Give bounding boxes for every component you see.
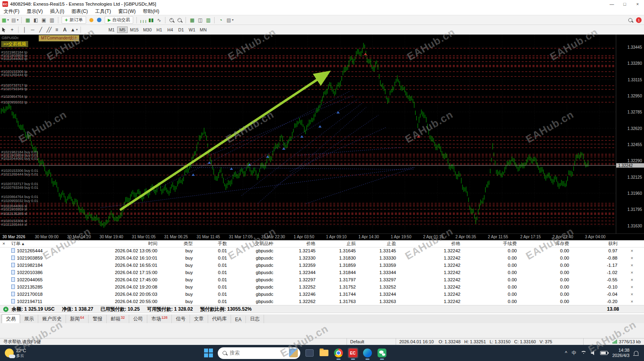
close-order-icon[interactable]: ×: [631, 248, 633, 253]
price-axis[interactable]: 1.32242 1.334451.332801.331151.329501.32…: [616, 35, 644, 233]
timeframe-m5[interactable]: M5: [117, 27, 128, 33]
profiles-icon[interactable]: ▤: [10, 17, 18, 24]
new-chart-icon[interactable]: ▦: [0, 17, 8, 24]
order-row[interactable]: 10220440652026.04.02 17:45:00buy0.01gbpu…: [0, 276, 644, 283]
volume-icon[interactable]: [591, 351, 596, 355]
timeframe-w1[interactable]: W1: [187, 27, 198, 33]
timeframe-h4[interactable]: H4: [165, 27, 175, 33]
toolbox-tab-1[interactable]: 展示: [20, 315, 38, 323]
chart-properties-icon[interactable]: ▧: [225, 17, 233, 24]
column-header-11[interactable]: 获利: [572, 240, 620, 247]
channel-icon[interactable]: ╱╱: [45, 26, 53, 33]
vertical-line-icon[interactable]: │: [21, 26, 29, 33]
toolbox-tab-0[interactable]: 交易: [2, 314, 20, 323]
shapes-caret-icon[interactable]: ▾: [76, 28, 78, 31]
menu-item-6[interactable]: 帮助(H): [139, 8, 163, 15]
cursor-icon[interactable]: [0, 26, 8, 33]
notification-bell-icon[interactable]: [634, 351, 638, 355]
wechat-button[interactable]: [377, 348, 387, 358]
community-icon[interactable]: [95, 17, 103, 24]
market-watch-icon[interactable]: ▦: [24, 17, 32, 24]
profiles-caret-icon[interactable]: ▾: [17, 18, 19, 22]
autotrading-button[interactable]: ▶自动交易: [105, 16, 134, 24]
close-order-icon[interactable]: ×: [631, 285, 633, 289]
toolbox-tab-7[interactable]: 市场128: [147, 315, 172, 323]
line-chart-icon[interactable]: ∿: [155, 17, 163, 24]
column-header-3[interactable]: 手数: [195, 240, 229, 247]
properties-caret-icon[interactable]: ▾: [232, 18, 233, 22]
close-button[interactable]: ×: [631, 0, 644, 8]
order-row[interactable]: 10219821842026.04.02 16:55:01buy0.01gbpu…: [0, 262, 644, 269]
toolbox-tab-6[interactable]: 公司: [129, 315, 147, 323]
column-header-0[interactable]: 订单 ▴: [9, 240, 87, 247]
exness-terminal-button[interactable]: EC: [348, 348, 358, 358]
column-header-9[interactable]: 手续费: [463, 240, 519, 247]
timeframe-m15[interactable]: M15: [128, 27, 140, 33]
file-explorer-button[interactable]: [319, 348, 329, 358]
trendline-icon[interactable]: ╱: [37, 26, 45, 33]
minimize-button[interactable]: —: [605, 0, 618, 8]
order-row[interactable]: 10221700182026.04.02 20:05:03buy0.01gbpu…: [0, 291, 644, 298]
cascade-windows-icon[interactable]: ◫: [196, 17, 204, 24]
order-row[interactable]: 10221947112026.04.02 20:55:00buy0.01gbpu…: [0, 298, 644, 305]
close-order-icon[interactable]: ×: [631, 270, 633, 275]
bars-chart-icon[interactable]: ╷╷╷: [139, 17, 147, 24]
order-row[interactable]: 10221352852026.04.02 19:20:08buy0.01gbpu…: [0, 283, 644, 291]
start-button[interactable]: [203, 348, 214, 358]
orders-header-row[interactable]: ×订单 ▴时间类型手数交易品种价格止损止盈价格手续费库存费获利: [0, 240, 644, 247]
order-row[interactable]: 10212654442026.04.02 13:05:00buy0.01gbpu…: [0, 247, 644, 254]
search-icon[interactable]: [626, 17, 634, 24]
order-row[interactable]: 10219038592026.04.02 16:10:01buy0.01gbpu…: [0, 254, 644, 262]
text-icon[interactable]: A: [61, 26, 69, 33]
toolbox-tab-3[interactable]: 新闻64: [66, 315, 89, 323]
menu-item-5[interactable]: 窗口(W): [115, 8, 139, 15]
timeframe-d1[interactable]: D1: [176, 27, 186, 33]
taskbar-search[interactable]: [218, 347, 300, 359]
menu-item-2[interactable]: 插入(I): [46, 8, 68, 15]
toolbox-tab-8[interactable]: 信号: [172, 315, 190, 323]
toolbox-tab-10[interactable]: 代码库: [208, 315, 231, 323]
menu-item-4[interactable]: 工具(T): [91, 8, 114, 15]
toolbox-tab-9[interactable]: 文章: [190, 315, 208, 323]
shapes-icon[interactable]: ▲: [69, 26, 77, 33]
column-header-7[interactable]: 止盈: [358, 240, 398, 247]
column-header-5[interactable]: 价格: [276, 240, 318, 247]
edge-button[interactable]: [362, 348, 373, 358]
trade-video-button[interactable]: >>交易视频: [1, 41, 28, 47]
timeframe-m1[interactable]: M1: [106, 27, 117, 33]
close-order-icon[interactable]: ×: [631, 292, 633, 297]
column-header-1[interactable]: 时间: [87, 240, 160, 247]
timeframe-m30[interactable]: M30: [141, 27, 153, 33]
timeframe-h1[interactable]: H1: [154, 27, 165, 33]
close-order-icon[interactable]: ×: [631, 277, 633, 282]
ime-indicator[interactable]: 中: [572, 350, 576, 357]
timeframe-mn[interactable]: MN: [198, 27, 208, 33]
tray-chevron-icon[interactable]: ^: [565, 350, 568, 356]
navigator-icon[interactable]: ▣: [40, 17, 48, 24]
toolbox-tab-5[interactable]: 邮箱32: [107, 315, 129, 323]
battery-icon[interactable]: [600, 351, 608, 355]
horizontal-line-icon[interactable]: ─: [29, 26, 37, 33]
time-axis[interactable]: 30 Mar 202630 Mar 09:0030 Mar 14:2030 Ma…: [0, 233, 644, 240]
notification-badge[interactable]: 1: [636, 17, 642, 23]
toolbox-icon[interactable]: ▥: [48, 17, 56, 24]
toolbox-tab-2[interactable]: 账户历史: [38, 315, 66, 323]
column-header-10[interactable]: 库存费: [519, 240, 572, 247]
candlestick-chart[interactable]: [0, 35, 616, 233]
clock-icon[interactable]: ◔: [217, 17, 225, 24]
profile-name[interactable]: Default: [347, 338, 396, 345]
wifi-icon[interactable]: [581, 351, 586, 355]
zoom-out-icon[interactable]: -: [175, 17, 184, 24]
close-toolbox-icon[interactable]: ×: [0, 240, 9, 247]
mt-commander-button[interactable]: MTCommander统计: [39, 35, 79, 41]
toolbox-tab-12[interactable]: 日志: [246, 315, 264, 323]
toolbox-tab-11[interactable]: EA: [231, 316, 246, 323]
column-header-2[interactable]: 类型: [160, 240, 195, 247]
tile-windows-icon[interactable]: ▦: [188, 17, 196, 24]
search-highlight-image[interactable]: [289, 349, 298, 357]
taskbar-clock[interactable]: 14:38 2026/4/3: [612, 348, 630, 358]
new-chart-caret-icon[interactable]: ▾: [7, 18, 9, 22]
column-header-6[interactable]: 止损: [318, 240, 358, 247]
candles-chart-icon[interactable]: ▮▮: [147, 17, 155, 24]
arrange-icon[interactable]: ▥: [204, 17, 212, 24]
